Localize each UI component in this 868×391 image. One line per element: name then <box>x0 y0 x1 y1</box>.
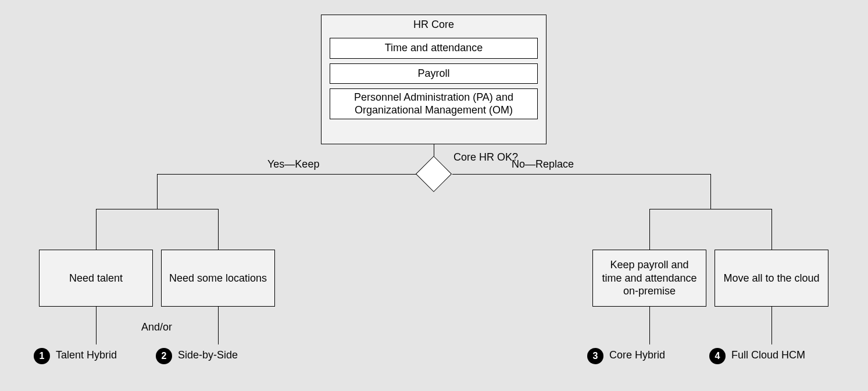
option-text: Move all to the cloud <box>723 272 819 285</box>
core-item-pa-om: Personnel Administration (PA) and Organi… <box>330 88 538 119</box>
andor-label: And/or <box>141 321 172 333</box>
option-need-talent: Need talent <box>39 250 153 307</box>
option-text: Keep payroll and time and attendance on-… <box>599 258 700 298</box>
core-item-payroll: Payroll <box>330 63 538 84</box>
option-need-locations: Need some locations <box>161 250 275 307</box>
option-keep-onprem: Keep payroll and time and attendance on-… <box>592 250 706 307</box>
result-badge-2: 2 <box>156 348 172 364</box>
branch-no-label: No—Replace <box>512 158 574 170</box>
diagram-canvas: HR Core Time and attendance Payroll Pers… <box>0 0 868 391</box>
connector <box>96 209 218 209</box>
option-text: Need talent <box>69 272 123 285</box>
result-badge-4: 4 <box>709 348 726 364</box>
connector <box>157 174 158 209</box>
result-badge-1: 1 <box>34 348 50 364</box>
result-label-3: Core Hybrid <box>609 349 665 361</box>
hr-core-title: HR Core <box>322 15 546 33</box>
option-move-cloud: Move all to the cloud <box>715 250 828 307</box>
decision-question: Core HR OK? <box>453 151 518 163</box>
branch-yes-label: Yes—Keep <box>267 158 319 170</box>
connector <box>218 209 219 250</box>
result-label-2: Side-by-Side <box>178 349 238 361</box>
decision-diamond <box>416 156 452 192</box>
option-text: Need some locations <box>169 272 267 285</box>
connector <box>649 209 650 250</box>
connector <box>96 307 97 344</box>
connector <box>157 174 416 175</box>
connector <box>771 209 772 250</box>
result-label-4: Full Cloud HCM <box>731 349 805 361</box>
connector <box>771 307 772 344</box>
hr-core-box: HR Core Time and attendance Payroll Pers… <box>321 15 546 144</box>
connector <box>649 307 650 344</box>
connector <box>710 174 711 209</box>
connector <box>649 209 771 209</box>
result-badge-3: 3 <box>587 348 603 364</box>
connector <box>96 209 97 250</box>
connector <box>452 174 710 175</box>
connector <box>218 307 219 344</box>
result-label-1: Talent Hybrid <box>56 349 117 361</box>
core-item-time: Time and attendance <box>330 38 538 59</box>
